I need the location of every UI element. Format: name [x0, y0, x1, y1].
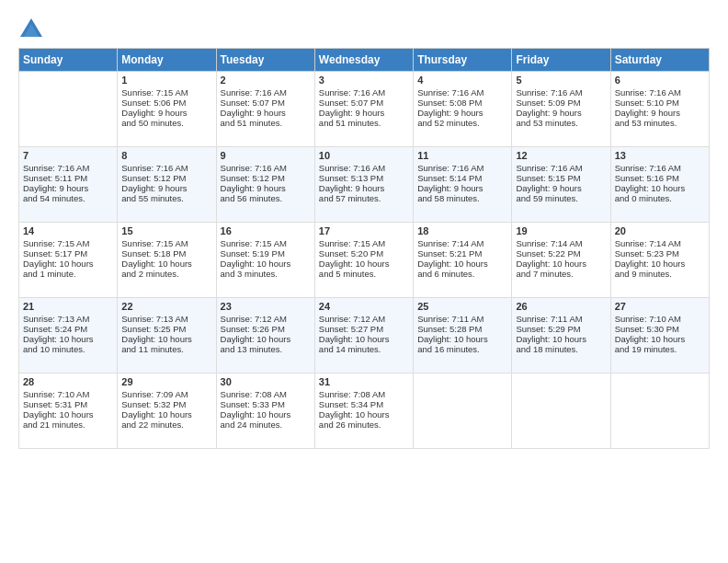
calendar-cell: 24Sunrise: 7:12 AMSunset: 5:27 PMDayligh…	[314, 298, 413, 373]
day-number: 5	[516, 75, 606, 86]
calendar-cell: 5Sunrise: 7:16 AMSunset: 5:09 PMDaylight…	[512, 72, 610, 147]
calendar-cell: 21Sunrise: 7:13 AMSunset: 5:24 PMDayligh…	[19, 298, 118, 373]
calendar-cell: 4Sunrise: 7:16 AMSunset: 5:08 PMDaylight…	[414, 72, 512, 147]
calendar-cell: 31Sunrise: 7:08 AMSunset: 5:34 PMDayligh…	[314, 373, 413, 449]
col-header-wednesday: Wednesday	[314, 49, 413, 72]
day-number: 23	[221, 301, 311, 312]
page-container: SundayMondayTuesdayWednesdayThursdayFrid…	[0, 0, 728, 458]
day-number: 24	[319, 301, 409, 312]
calendar-cell: 7Sunrise: 7:16 AMSunset: 5:11 PMDaylight…	[19, 147, 118, 223]
col-header-thursday: Thursday	[414, 49, 512, 72]
calendar-cell: 10Sunrise: 7:16 AMSunset: 5:13 PMDayligh…	[314, 147, 413, 223]
day-number: 12	[516, 150, 606, 161]
calendar-cell	[414, 373, 512, 449]
day-number: 8	[121, 150, 211, 161]
day-number: 19	[516, 225, 606, 236]
calendar-table: SundayMondayTuesdayWednesdayThursdayFrid…	[18, 48, 710, 449]
week-row-1: 7Sunrise: 7:16 AMSunset: 5:11 PMDaylight…	[19, 147, 710, 223]
calendar-cell: 22Sunrise: 7:13 AMSunset: 5:25 PMDayligh…	[118, 298, 216, 373]
calendar-cell	[610, 373, 709, 449]
col-header-friday: Friday	[512, 49, 610, 72]
col-header-tuesday: Tuesday	[216, 49, 314, 72]
calendar-cell: 20Sunrise: 7:14 AMSunset: 5:23 PMDayligh…	[610, 223, 709, 298]
calendar-cell: 26Sunrise: 7:11 AMSunset: 5:29 PMDayligh…	[512, 298, 610, 373]
day-number: 31	[319, 376, 409, 387]
day-number: 20	[615, 225, 705, 236]
calendar-cell: 15Sunrise: 7:15 AMSunset: 5:18 PMDayligh…	[118, 223, 216, 298]
day-number: 15	[121, 225, 211, 236]
day-number: 6	[615, 75, 705, 86]
day-number: 14	[23, 225, 113, 236]
day-number: 26	[516, 301, 606, 312]
day-number: 25	[417, 301, 507, 312]
day-number: 9	[221, 150, 311, 161]
calendar-cell: 19Sunrise: 7:14 AMSunset: 5:22 PMDayligh…	[512, 223, 610, 298]
day-number: 2	[221, 75, 311, 86]
calendar-cell	[19, 72, 118, 147]
calendar-cell	[512, 373, 610, 449]
week-row-3: 21Sunrise: 7:13 AMSunset: 5:24 PMDayligh…	[19, 298, 710, 373]
calendar-cell: 1Sunrise: 7:15 AMSunset: 5:06 PMDaylight…	[118, 72, 216, 147]
day-number: 30	[221, 376, 311, 387]
calendar-cell: 12Sunrise: 7:16 AMSunset: 5:15 PMDayligh…	[512, 147, 610, 223]
logo	[18, 17, 48, 42]
day-number: 4	[417, 75, 507, 86]
calendar-cell: 16Sunrise: 7:15 AMSunset: 5:19 PMDayligh…	[216, 223, 314, 298]
calendar-cell: 14Sunrise: 7:15 AMSunset: 5:17 PMDayligh…	[19, 223, 118, 298]
day-number: 13	[615, 150, 705, 161]
calendar-cell: 25Sunrise: 7:11 AMSunset: 5:28 PMDayligh…	[414, 298, 512, 373]
week-row-4: 28Sunrise: 7:10 AMSunset: 5:31 PMDayligh…	[19, 373, 710, 449]
calendar-cell: 18Sunrise: 7:14 AMSunset: 5:21 PMDayligh…	[414, 223, 512, 298]
col-header-monday: Monday	[118, 49, 216, 72]
calendar-cell: 13Sunrise: 7:16 AMSunset: 5:16 PMDayligh…	[610, 147, 709, 223]
calendar-cell: 11Sunrise: 7:16 AMSunset: 5:14 PMDayligh…	[414, 147, 512, 223]
day-number: 27	[615, 301, 705, 312]
calendar-cell: 3Sunrise: 7:16 AMSunset: 5:07 PMDaylight…	[314, 72, 413, 147]
day-number: 17	[319, 225, 409, 236]
calendar-cell: 8Sunrise: 7:16 AMSunset: 5:12 PMDaylight…	[118, 147, 216, 223]
day-number: 22	[121, 301, 211, 312]
col-header-sunday: Sunday	[19, 49, 118, 72]
day-number: 28	[23, 376, 113, 387]
header-row: SundayMondayTuesdayWednesdayThursdayFrid…	[19, 49, 710, 72]
calendar-cell: 27Sunrise: 7:10 AMSunset: 5:30 PMDayligh…	[610, 298, 709, 373]
week-row-2: 14Sunrise: 7:15 AMSunset: 5:17 PMDayligh…	[19, 223, 710, 298]
col-header-saturday: Saturday	[610, 49, 709, 72]
calendar-cell: 28Sunrise: 7:10 AMSunset: 5:31 PMDayligh…	[19, 373, 118, 449]
day-number: 16	[221, 225, 311, 236]
calendar-cell: 17Sunrise: 7:15 AMSunset: 5:20 PMDayligh…	[314, 223, 413, 298]
day-number: 1	[121, 75, 211, 86]
calendar-cell: 29Sunrise: 7:09 AMSunset: 5:32 PMDayligh…	[118, 373, 216, 449]
day-number: 29	[121, 376, 211, 387]
calendar-cell: 23Sunrise: 7:12 AMSunset: 5:26 PMDayligh…	[216, 298, 314, 373]
day-number: 7	[23, 150, 113, 161]
week-row-0: 1Sunrise: 7:15 AMSunset: 5:06 PMDaylight…	[19, 72, 710, 147]
day-number: 11	[417, 150, 507, 161]
header	[18, 17, 710, 42]
day-number: 18	[417, 225, 507, 236]
day-number: 3	[319, 75, 409, 86]
calendar-cell: 30Sunrise: 7:08 AMSunset: 5:33 PMDayligh…	[216, 373, 314, 449]
calendar-cell: 6Sunrise: 7:16 AMSunset: 5:10 PMDaylight…	[610, 72, 709, 147]
day-number: 10	[319, 150, 409, 161]
logo-icon	[18, 17, 44, 42]
calendar-cell: 9Sunrise: 7:16 AMSunset: 5:12 PMDaylight…	[216, 147, 314, 223]
calendar-cell: 2Sunrise: 7:16 AMSunset: 5:07 PMDaylight…	[216, 72, 314, 147]
day-number: 21	[23, 301, 113, 312]
